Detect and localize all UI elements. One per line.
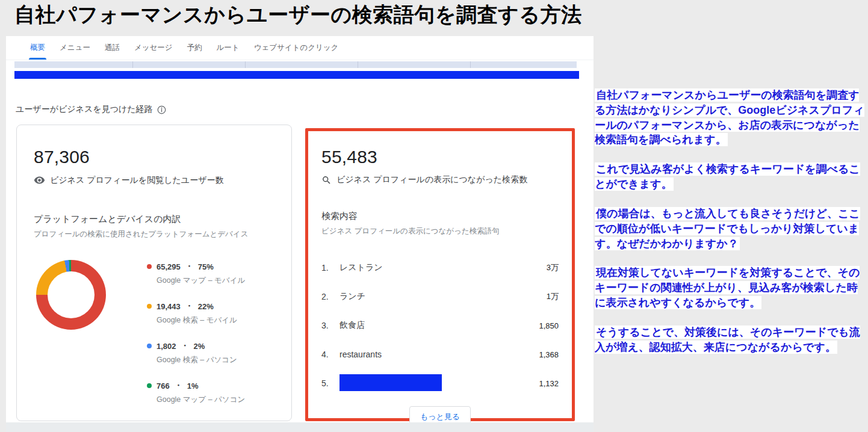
- tab-underline: [215, 58, 241, 60]
- row-term: レストラン: [339, 262, 547, 273]
- legend-item-maps-mobile: 65,295・75% Google マップ – モバイル: [147, 261, 245, 286]
- tab-bar: 概要 メニュー 通話 メッセージ 予約 ルート ウェブサイトのクリック: [6, 36, 594, 60]
- legend-separator: ・: [185, 301, 193, 312]
- annotation-paragraph-2: これで見込み客がよく検索するキーワードを調べることができます。: [595, 162, 867, 192]
- row-rank: 3.: [321, 321, 339, 330]
- active-tab-underline: [29, 58, 46, 60]
- legend-item-search-desktop: 1,802・2% Google 検索 – パソコン: [147, 341, 245, 365]
- legend-platform: Google 検索 – モバイル: [157, 315, 245, 326]
- table-column-divider: [132, 61, 133, 68]
- tab-label: メッセージ: [134, 43, 173, 53]
- legend-pct: 1%: [187, 381, 199, 390]
- search-content-subtitle: ビジネス プロフィールの表示につながった検索語句: [321, 226, 559, 236]
- table-column-divider: [245, 61, 246, 68]
- annotation-paragraph-4: 現在対策してないキーワードを対策することで、そのキーワードの関連性が上がり、見込…: [595, 265, 867, 310]
- row-rank: 5.: [321, 378, 339, 388]
- legend-platform: Google マップ – パソコン: [157, 395, 245, 405]
- legend-separator: ・: [185, 261, 193, 272]
- table-column-divider: [470, 61, 471, 68]
- legend-separator: ・: [175, 380, 182, 391]
- tab-overview[interactable]: 概要: [23, 36, 52, 60]
- row-rank: 1.: [321, 263, 339, 273]
- legend-pct: 22%: [198, 302, 214, 311]
- search-term-row: 5. 1,132: [321, 369, 559, 398]
- annotation-paragraph-5: そうすることで、対策後には、そのキーワードでも流入が増え、認知拡大、来店につなが…: [595, 325, 867, 355]
- annotation-text: 現在対策してないキーワードを対策することで、そのキーワードの関連性が上がり、見込…: [595, 266, 860, 309]
- profile-views-value: 87,306: [34, 147, 274, 167]
- row-rank: 2.: [321, 292, 339, 301]
- search-term-row: 1. レストラン 3万: [321, 253, 559, 282]
- blue-highlight-bar: [14, 71, 579, 79]
- profile-views-card: 87,306 ビジネス プロフィールを閲覧したユーザー数 プラットフォームとデバ…: [16, 125, 292, 421]
- search-icon: [321, 175, 332, 185]
- panel-footer-strip: [6, 422, 594, 432]
- tab-directions[interactable]: ルート: [209, 36, 247, 60]
- tab-underline: [133, 58, 174, 60]
- breakdown-subtitle: プロフィールの検索に使用されたプラットフォームとデバイス: [34, 229, 274, 239]
- legend-pct: 2%: [194, 342, 205, 351]
- annotation-text: 僕の場合は、もっと流入しても良さそうだけど、ここでの順位が低いキーワードでもしっ…: [595, 207, 860, 250]
- legend-platform: Google マップ – モバイル: [157, 276, 245, 286]
- legend-value: 766: [157, 381, 170, 390]
- searches-value: 55,483: [321, 147, 559, 167]
- legend-dot-blue: [147, 344, 152, 348]
- tab-label: 通話: [105, 43, 120, 53]
- annotation-text: そうすることで、対策後には、そのキーワードでも流入が増え、認知拡大、来店につなが…: [595, 326, 860, 354]
- legend-dot-orange: [147, 304, 152, 309]
- legend-separator: ・: [181, 341, 189, 351]
- tab-menu[interactable]: メニュー: [52, 36, 98, 60]
- dashboard-panel: 概要 メニュー 通話 メッセージ 予約 ルート ウェブサイトのクリック: [6, 36, 594, 432]
- legend-dot-red: [147, 264, 152, 269]
- tab-underline: [104, 58, 121, 60]
- info-icon[interactable]: [157, 105, 166, 114]
- page-title: 自社パフォーマンスからユーザーの検索語句を調査する方法: [14, 1, 582, 29]
- annotation-column: 自社パフォーマンスからユーザーの検索語句を調査する方法はかなりシンプルで、Goo…: [595, 88, 867, 369]
- legend-value: 19,443: [157, 302, 181, 311]
- tab-underline: [58, 58, 91, 60]
- search-term-row: 4. restaurants 1,368: [321, 340, 559, 369]
- profile-views-label: ビジネス プロフィールを閲覧したユーザー数: [50, 175, 223, 186]
- search-queries-card: 55,483 ビジネス プロフィールの表示につながった検索数 検索内容 ビジネス…: [305, 128, 575, 421]
- section-title: ユーザーがビジネスを見つけた経路: [16, 104, 153, 115]
- clipped-table-header: [14, 61, 577, 69]
- row-term: restaurants: [339, 350, 539, 359]
- legend-platform: Google 検索 – パソコン: [157, 355, 245, 365]
- annotation-paragraph-3: 僕の場合は、もっと流入しても良さそうだけど、ここでの順位が低いキーワードでもしっ…: [595, 206, 867, 251]
- tab-label: ルート: [217, 43, 240, 53]
- row-count: 1万: [547, 291, 559, 302]
- tab-underline: [253, 58, 340, 60]
- legend-value: 65,295: [157, 262, 181, 271]
- legend-value: 1,802: [157, 342, 176, 351]
- tab-label: 予約: [187, 43, 202, 53]
- legend-item-maps-desktop: 766・1% Google マップ – パソコン: [147, 380, 245, 405]
- row-count: 3万: [547, 262, 559, 273]
- search-term-row: 3. 飲食店 1,850: [321, 311, 559, 340]
- donut-chart: [36, 260, 106, 330]
- tab-label: メニュー: [60, 43, 90, 53]
- row-count: 1,368: [539, 350, 559, 359]
- search-content-title: 検索内容: [321, 211, 559, 222]
- searches-label: ビジネス プロフィールの表示につながった検索数: [336, 174, 527, 185]
- tab-label: 概要: [30, 43, 45, 53]
- redacted-term-bar: [339, 374, 442, 391]
- tab-label: ウェブサイトのクリック: [254, 43, 339, 53]
- legend-dot-green: [147, 383, 152, 388]
- row-term: 飲食店: [339, 320, 539, 331]
- tab-website-clicks[interactable]: ウェブサイトのクリック: [247, 36, 346, 60]
- annotation-paragraph-1: 自社パフォーマンスからユーザーの検索語句を調査する方法はかなりシンプルで、Goo…: [595, 88, 867, 147]
- donut-legend: 65,295・75% Google マップ – モバイル 19,443・22% …: [147, 260, 245, 420]
- legend-item-search-mobile: 19,443・22% Google 検索 – モバイル: [147, 301, 245, 326]
- row-rank: 4.: [321, 350, 339, 359]
- tab-underline: [186, 58, 203, 60]
- eye-icon: [34, 174, 45, 186]
- legend-pct: 75%: [198, 262, 214, 271]
- tab-bookings[interactable]: 予約: [180, 36, 209, 60]
- table-column-divider: [358, 61, 358, 68]
- tab-calls[interactable]: 通話: [98, 36, 127, 60]
- search-term-row: 2. ランチ 1万: [321, 282, 559, 311]
- search-term-list: 1. レストラン 3万 2. ランチ 1万 3. 飲食店 1,850 4. re…: [321, 253, 559, 398]
- row-term: ランチ: [339, 291, 547, 302]
- tab-messages[interactable]: メッセージ: [127, 36, 180, 60]
- breakdown-title: プラットフォームとデバイスの内訳: [34, 214, 274, 225]
- annotation-text: 自社パフォーマンスからユーザーの検索語句を調査する方法はかなりシンプルで、Goo…: [595, 88, 864, 146]
